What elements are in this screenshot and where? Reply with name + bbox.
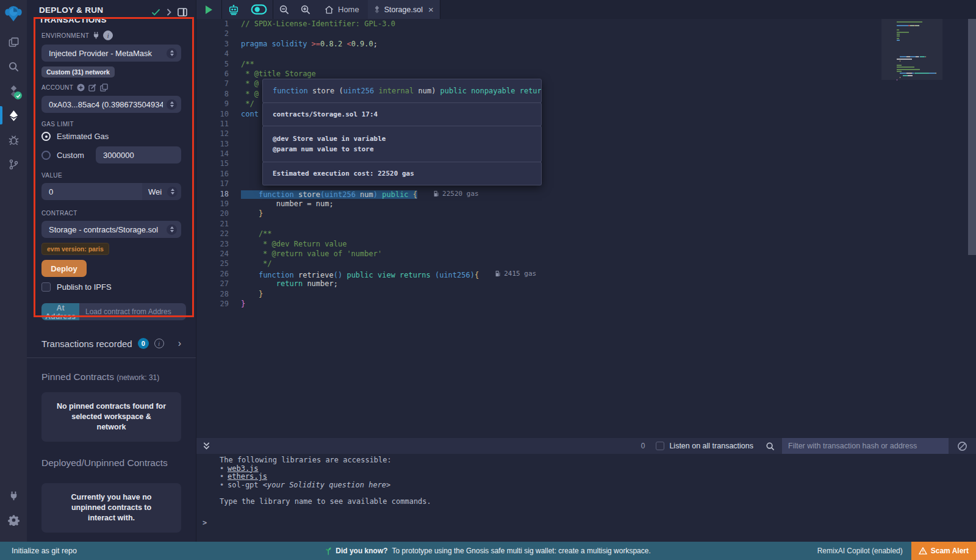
- zoom-in-icon[interactable]: [295, 0, 316, 19]
- code-line[interactable]: 3pragma solidity >=0.8.2 <0.9.0;: [196, 39, 976, 49]
- scam-alert-button[interactable]: Scam Alert: [911, 542, 976, 560]
- line-number: 24: [196, 249, 229, 259]
- ai-copilot-robot-icon[interactable]: [222, 0, 245, 19]
- transactions-expand-icon[interactable]: ›: [178, 339, 181, 348]
- deploy-run-panel: DEPLOY & RUN TRANSACTIONS: [27, 0, 196, 542]
- line-number: 26: [196, 269, 229, 279]
- code-line[interactable]: 4: [196, 49, 976, 59]
- contract-value: Storage - contracts/Storage.sol: [49, 225, 163, 234]
- line-number: 25: [196, 259, 229, 268]
- custom-gas-value: 3000000: [103, 151, 134, 160]
- estimated-gas-label: Estimated Gas: [57, 132, 109, 141]
- code-line[interactable]: 23 * @dev Return value: [196, 239, 976, 249]
- line-number: 6: [196, 69, 229, 79]
- line-number: 23: [196, 239, 229, 249]
- home-label: Home: [338, 5, 359, 14]
- deploy-button[interactable]: Deploy: [41, 260, 87, 277]
- debugger-icon[interactable]: [0, 127, 27, 152]
- pin-panel-icon[interactable]: [178, 8, 187, 16]
- git-icon[interactable]: [0, 152, 27, 176]
- add-account-icon[interactable]: [77, 84, 85, 92]
- clear-console-icon[interactable]: [957, 441, 967, 451]
- copilot-status[interactable]: RemixAI Copilot (enabled): [817, 547, 903, 555]
- publish-ipfs-checkbox[interactable]: [41, 282, 51, 292]
- code-line[interactable]: 2: [196, 29, 976, 38]
- transactions-info-icon[interactable]: i: [154, 339, 164, 348]
- code-line[interactable]: 1// SPDX-License-Identifier: GPL-3.0: [196, 19, 976, 29]
- at-address-button[interactable]: At Address: [41, 303, 79, 320]
- copy-account-icon[interactable]: [100, 84, 108, 92]
- terminal[interactable]: The following libraries are accessible: …: [196, 454, 976, 542]
- terminal-collapse-icon[interactable]: [203, 442, 210, 450]
- network-badge: Custom (31) network: [41, 66, 115, 77]
- value-input[interactable]: 0: [41, 183, 142, 200]
- zoom-out-icon[interactable]: [273, 0, 295, 19]
- code-line[interactable]: 5/**: [196, 59, 976, 69]
- code-line[interactable]: 19 number = num;: [196, 199, 976, 209]
- line-number: 10: [196, 109, 229, 119]
- editor-scrollbar[interactable]: [968, 19, 976, 255]
- git-init-button[interactable]: Initialize as git repo: [12, 547, 77, 555]
- line-number: 3: [196, 39, 229, 49]
- remix-logo-icon[interactable]: [4, 4, 23, 23]
- line-number: 11: [196, 119, 229, 129]
- solidity-compiler-icon[interactable]: [0, 79, 27, 103]
- at-address-input[interactable]: [79, 303, 186, 320]
- code-line[interactable]: 26 function retrieve() public view retur…: [196, 269, 976, 279]
- icon-sidebar: [0, 0, 27, 542]
- line-number: 8: [196, 89, 229, 99]
- panel-chevron-right-icon[interactable]: [167, 9, 171, 16]
- code-line[interactable]: 6 * @title Storage: [196, 69, 976, 79]
- code-line[interactable]: 25 */: [196, 259, 976, 268]
- minimap[interactable]: [897, 21, 952, 81]
- code-line[interactable]: 22 /**: [196, 229, 976, 239]
- search-icon[interactable]: [0, 54, 27, 79]
- line-number: 5: [196, 59, 229, 69]
- environment-label: ENVIRONMENT: [41, 32, 89, 39]
- select-stepper-icon: [167, 224, 177, 235]
- value-unit-select[interactable]: Wei: [142, 183, 181, 200]
- plugin-manager-icon[interactable]: [0, 483, 27, 508]
- code-line[interactable]: 20 }: [196, 209, 976, 218]
- home-tab[interactable]: Home: [316, 0, 368, 19]
- account-select[interactable]: 0xA03...85ac4 (0.398673504934: [41, 96, 181, 113]
- select-stepper-icon: [167, 48, 177, 59]
- tab-storage-sol[interactable]: Storage.sol ×: [368, 0, 440, 19]
- deploy-run-icon[interactable]: [0, 103, 27, 127]
- code-line[interactable]: 28 }: [196, 289, 976, 299]
- deployed-empty-card: Currently you have no unpinned contracts…: [41, 483, 181, 533]
- code-line[interactable]: 29}: [196, 299, 976, 309]
- code-line[interactable]: 18 function store(uint256 num) public {2…: [196, 189, 976, 199]
- contract-select[interactable]: Storage - contracts/Storage.sol: [41, 221, 181, 238]
- custom-gas-input[interactable]: 3000000: [96, 146, 181, 163]
- terminal-prompt[interactable]: >: [203, 519, 207, 527]
- environment-info-icon[interactable]: i: [103, 31, 113, 40]
- seedling-icon: [325, 547, 331, 555]
- copilot-toggle[interactable]: [245, 0, 273, 19]
- line-number: 15: [196, 159, 229, 168]
- web3-link[interactable]: web3.js: [228, 464, 259, 473]
- code-line[interactable]: 27 return number;: [196, 279, 976, 289]
- tab-close-icon[interactable]: ×: [428, 5, 434, 14]
- line-number: 17: [196, 179, 229, 188]
- settings-gear-icon[interactable]: [0, 508, 27, 532]
- run-script-icon[interactable]: [196, 0, 221, 19]
- code-editor[interactable]: 1// SPDX-License-Identifier: GPL-3.023pr…: [196, 19, 976, 438]
- sign-message-icon[interactable]: [88, 84, 96, 92]
- terminal-filter-input[interactable]: [782, 438, 949, 454]
- line-number: 1: [196, 19, 229, 29]
- tooltip-cost: Estimated execution cost: 22520 gas: [262, 162, 542, 185]
- did-you-know-label: Did you know?: [336, 547, 387, 555]
- solidity-file-icon: [374, 5, 380, 13]
- file-explorer-icon[interactable]: [0, 30, 27, 54]
- plug-icon[interactable]: [93, 32, 99, 39]
- listen-all-checkbox[interactable]: [656, 442, 664, 450]
- transactions-recorded-label: Transactions recorded: [41, 339, 132, 349]
- ethers-link[interactable]: ethers.js: [228, 472, 267, 481]
- environment-select[interactable]: Injected Provider - MetaMask: [41, 45, 181, 62]
- terminal-library-item: web3.js: [228, 465, 976, 473]
- code-line[interactable]: 21: [196, 219, 976, 229]
- code-line[interactable]: 24 * @return value of 'number': [196, 249, 976, 259]
- custom-gas-radio[interactable]: [41, 151, 51, 160]
- estimated-gas-radio[interactable]: [41, 132, 51, 141]
